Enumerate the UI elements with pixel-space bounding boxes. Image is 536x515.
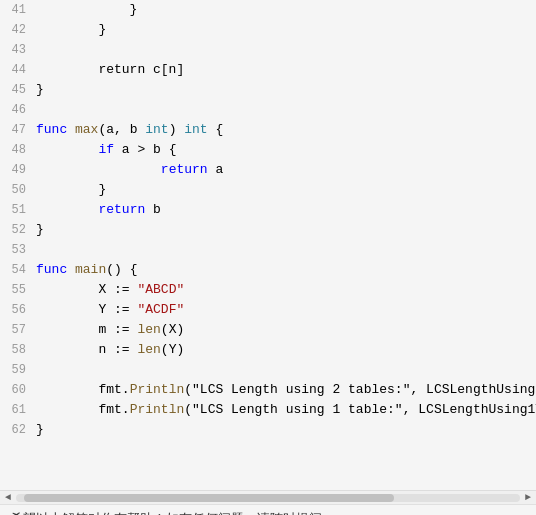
code-line: 58 n := len(Y) xyxy=(0,340,536,360)
code-line: 54func main() { xyxy=(0,260,536,280)
token: X := xyxy=(36,282,137,297)
line-content: } xyxy=(36,420,44,440)
line-number: 62 xyxy=(0,420,36,440)
token: func xyxy=(36,122,75,137)
line-content: return a xyxy=(36,160,223,180)
token: max xyxy=(75,122,98,137)
line-number: 54 xyxy=(0,260,36,280)
line-number: 50 xyxy=(0,180,36,200)
line-content: X := "ABCD" xyxy=(36,280,184,300)
code-line: 59 xyxy=(0,360,536,380)
token: (X) xyxy=(161,322,184,337)
token: (a, b xyxy=(98,122,145,137)
token: "ABCD" xyxy=(137,282,184,297)
line-number: 57 xyxy=(0,320,36,340)
code-line: 51 return b xyxy=(0,200,536,220)
line-number: 42 xyxy=(0,20,36,40)
token: Y := xyxy=(36,302,137,317)
horizontal-scrollbar[interactable]: ◄ ► xyxy=(0,490,536,504)
line-number: 43 xyxy=(0,40,36,60)
line-number: 47 xyxy=(0,120,36,140)
token: main xyxy=(75,262,106,277)
line-content: Y := "ACDF" xyxy=(36,300,184,320)
code-line: 48 if a > b { xyxy=(0,140,536,160)
token: } xyxy=(36,2,137,17)
token: len xyxy=(137,342,160,357)
line-content: func max(a, b int) int { xyxy=(36,120,223,140)
code-line: 42 } xyxy=(0,20,536,40)
line-content: func main() { xyxy=(36,260,137,280)
token: a > b { xyxy=(114,142,176,157)
line-number: 60 xyxy=(0,380,36,400)
token: if xyxy=(98,142,114,157)
line-content: } xyxy=(36,180,106,200)
footer-message: 希望以上解答对你有帮助！如有任何问题，请随时提问。 xyxy=(0,504,536,515)
code-line: 47func max(a, b int) int { xyxy=(0,120,536,140)
code-line: 45} xyxy=(0,80,536,100)
token: int xyxy=(184,122,207,137)
token xyxy=(36,202,98,217)
code-line: 46 xyxy=(0,100,536,120)
line-number: 58 xyxy=(0,340,36,360)
line-content xyxy=(36,100,44,120)
token: fmt. xyxy=(36,402,130,417)
code-line: 55 X := "ABCD" xyxy=(0,280,536,300)
token: } xyxy=(36,222,44,237)
token: } xyxy=(36,182,106,197)
code-line: 50 } xyxy=(0,180,536,200)
token: "ACDF" xyxy=(137,302,184,317)
token: Println xyxy=(130,382,185,397)
line-content xyxy=(36,240,44,260)
token: int xyxy=(145,122,168,137)
token: } xyxy=(36,82,44,97)
token: ("LCS Length using 1 table:", LCSLengthU… xyxy=(184,402,536,417)
code-line: 57 m := len(X) xyxy=(0,320,536,340)
line-content: return c[n] xyxy=(36,60,184,80)
line-content: return b xyxy=(36,200,161,220)
code-line: 56 Y := "ACDF" xyxy=(0,300,536,320)
code-area[interactable]: 41 }42 }43 44 return c[n]45}46 47func ma… xyxy=(0,0,536,440)
code-line: 52} xyxy=(0,220,536,240)
line-number: 59 xyxy=(0,360,36,380)
token: } xyxy=(36,422,44,437)
line-content: } xyxy=(36,0,137,20)
footer-text: 希望以上解答对你有帮助！如有任何问题，请随时提问。 xyxy=(10,510,335,516)
line-number: 53 xyxy=(0,240,36,260)
code-line: 61 fmt.Println("LCS Length using 1 table… xyxy=(0,400,536,420)
code-line: 44 return c[n] xyxy=(0,60,536,80)
token: a xyxy=(208,162,224,177)
token: return xyxy=(98,202,145,217)
token: ) xyxy=(169,122,185,137)
code-line: 53 xyxy=(0,240,536,260)
token: return xyxy=(161,162,208,177)
token: Println xyxy=(130,402,185,417)
line-number: 56 xyxy=(0,300,36,320)
token xyxy=(36,142,98,157)
token: n := xyxy=(36,342,137,357)
line-content: } xyxy=(36,220,44,240)
token: { xyxy=(208,122,224,137)
code-container: 41 }42 }43 44 return c[n]45}46 47func ma… xyxy=(0,0,536,490)
line-content: fmt.Println("LCS Length using 1 table:",… xyxy=(36,400,536,420)
line-number: 45 xyxy=(0,80,36,100)
line-number: 44 xyxy=(0,60,36,80)
scroll-right-arrow[interactable]: ► xyxy=(522,492,534,504)
token: () { xyxy=(106,262,137,277)
line-number: 51 xyxy=(0,200,36,220)
line-number: 41 xyxy=(0,0,36,20)
token: ("LCS Length using 2 tables:", LCSLength… xyxy=(184,382,536,397)
token: func xyxy=(36,262,75,277)
scroll-left-arrow[interactable]: ◄ xyxy=(2,492,14,504)
token: m := xyxy=(36,322,137,337)
line-content: fmt.Println("LCS Length using 2 tables:"… xyxy=(36,380,536,400)
scrollbar-thumb[interactable] xyxy=(24,494,394,502)
code-line: 43 xyxy=(0,40,536,60)
token: } xyxy=(36,22,106,37)
token: len xyxy=(137,322,160,337)
token: fmt. xyxy=(36,382,130,397)
code-line: 62} xyxy=(0,420,536,440)
line-content xyxy=(36,40,44,60)
line-number: 55 xyxy=(0,280,36,300)
line-content: } xyxy=(36,80,44,100)
token: return c[n] xyxy=(36,62,184,77)
